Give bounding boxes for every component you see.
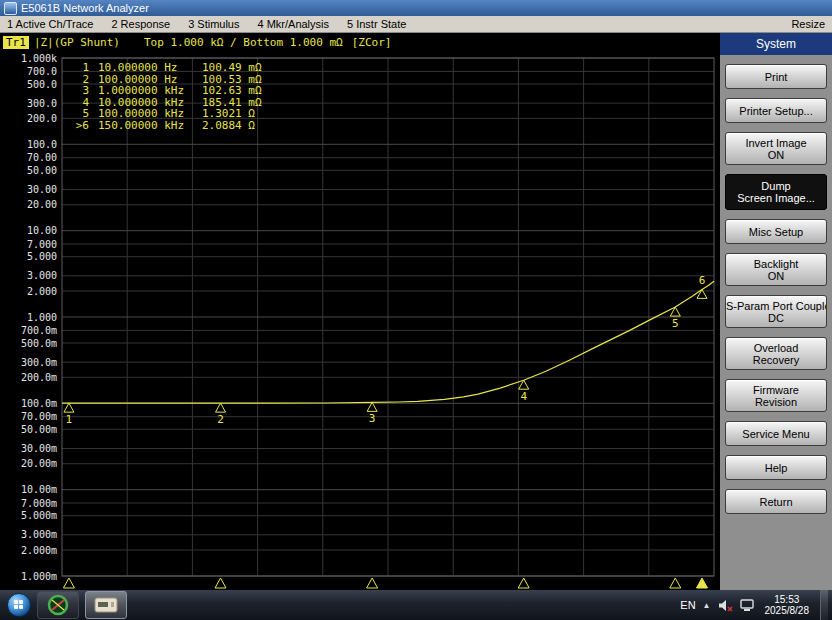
y-axis-tick-label: 700.0 (27, 66, 57, 77)
language-indicator[interactable]: EN (680, 599, 695, 611)
softkey-dump-screen-image[interactable]: Dump Screen Image... (725, 174, 827, 210)
y-axis-tick-label: 1.000m (21, 571, 57, 582)
y-axis-tick-label: 70.00m (21, 411, 57, 422)
marker-number-label: 3 (369, 412, 376, 425)
analyzer-app-icon (47, 594, 69, 616)
softkey-help[interactable]: Help (725, 455, 827, 480)
softkey-label: Screen Image... (726, 192, 826, 204)
trace-scale: Top 1.000 kΩ / Bottom 1.000 mΩ (144, 36, 343, 49)
system-tray: EN ▲ 15:53 2025/8/28 (680, 590, 828, 620)
menu-stimulus[interactable]: 3 Stimulus (188, 18, 239, 30)
softkey-label: Recovery (726, 354, 826, 366)
softkey-service-menu[interactable]: Service Menu (725, 421, 827, 446)
y-axis-tick-label: 3.000m (21, 529, 57, 540)
softkey-menu-title: System (720, 33, 832, 55)
menu-mkr-analysis[interactable]: 4 Mkr/Analysis (257, 18, 329, 30)
y-axis-tick-label: 10.00m (21, 484, 57, 495)
y-axis-tick-label: 50.00m (21, 424, 57, 435)
network-icon[interactable] (740, 599, 754, 612)
marker-value: 100.49 mΩ (202, 62, 262, 74)
y-axis-tick-label: 200.0m (21, 372, 57, 383)
volume-muted-icon[interactable] (718, 599, 733, 612)
marker-number-label: 6 (699, 274, 706, 287)
y-axis-tick-label: 50.00 (27, 165, 57, 176)
softkey-sparam-port-couple[interactable]: S-Param Port Couple DC (725, 295, 827, 328)
softkey-label: Dump (726, 180, 826, 192)
start-button[interactable] (7, 593, 31, 617)
softkey-backlight[interactable]: Backlight ON (725, 253, 827, 286)
y-axis-tick-label: 30.00 (27, 184, 57, 195)
menu-bar: 1 Active Ch/Trace 2 Response 3 Stimulus … (0, 16, 832, 33)
y-axis-tick-label: 2.000m (21, 545, 57, 556)
y-axis-tick-label: 100.0 (27, 139, 57, 150)
marker-number: 5 (74, 108, 89, 120)
marker-stimulus-indicator (367, 578, 378, 588)
y-axis-tick-label: 2.000 (27, 286, 57, 297)
windows-taskbar: EN ▲ 15:53 2025/8/28 (0, 590, 832, 620)
show-desktop-button[interactable] (820, 590, 828, 620)
softkey-invert-image[interactable]: Invert Image ON (725, 132, 827, 165)
marker-frequency: 150.00000 kHz (98, 120, 198, 132)
softkey-printer-setup[interactable]: Printer Setup... (725, 98, 827, 123)
clock-time: 15:53 (765, 594, 810, 605)
marker-readout-table: 110.000000 Hz100.49 mΩ2100.00000 Hz100.5… (74, 62, 262, 131)
softkey-label: S-Param Port Couple (726, 300, 826, 312)
marker-value: 2.0884 Ω (202, 120, 255, 132)
softkey-state: ON (726, 270, 826, 282)
marker-number-label: 4 (520, 390, 527, 403)
marker-number-label: 1 (66, 413, 73, 426)
window-title: E5061B Network Analyzer (21, 3, 149, 14)
y-axis-tick-label: 20.00m (21, 458, 57, 469)
marker-stimulus-indicator (63, 578, 74, 588)
softkey-label: Return (726, 496, 826, 508)
y-axis-tick-label: 1.000k (21, 53, 57, 64)
softkey-label: Printer Setup... (726, 105, 826, 117)
softkey-firmware-revision[interactable]: Firmware Revision (725, 379, 827, 412)
trace-label[interactable]: Tr1 (3, 36, 29, 49)
softkey-label: Firmware (726, 384, 826, 396)
taskbar-app-instrument[interactable] (85, 591, 127, 619)
y-axis-tick-label: 500.0 (27, 79, 57, 90)
marker-number: 3 (74, 85, 89, 97)
marker-frequency: 100.00000 kHz (98, 108, 198, 120)
hidden-icons-chevron-icon[interactable]: ▲ (703, 601, 711, 610)
y-axis-tick-label: 100.0m (21, 398, 57, 409)
softkey-overload-recovery[interactable]: Overload Recovery (725, 337, 827, 370)
softkey-misc-setup[interactable]: Misc Setup (725, 219, 827, 244)
softkey-label: Service Menu (726, 428, 826, 440)
softkey-label: Overload (726, 342, 826, 354)
impedance-plot: 1.000k700.0500.0300.0200.0100.070.0050.0… (0, 53, 720, 590)
softkey-label: Invert Image (726, 137, 826, 149)
softkey-label: Help (726, 462, 826, 474)
marker-number: >6 (74, 120, 89, 132)
window-titlebar: E5061B Network Analyzer (0, 0, 832, 16)
taskbar-clock[interactable]: 15:53 2025/8/28 (765, 594, 810, 616)
menu-resize[interactable]: Resize (791, 18, 825, 30)
taskbar-app-analyzer[interactable] (37, 591, 79, 619)
y-axis-tick-label: 5.000 (27, 251, 57, 262)
softkey-state: ON (726, 149, 826, 161)
marker-triangle[interactable] (64, 403, 74, 412)
marker-readout-row: 5100.00000 kHz1.3021 Ω (74, 108, 262, 120)
window-icon (4, 2, 17, 15)
menu-active-ch-trace[interactable]: 1 Active Ch/Trace (7, 18, 93, 30)
softkey-label: Revision (726, 396, 826, 408)
softkey-state: DC (726, 312, 826, 324)
marker-number-label: 2 (217, 413, 224, 426)
marker-number: 1 (74, 62, 89, 74)
marker-value: 102.63 mΩ (202, 85, 262, 97)
y-axis-tick-label: 1.000 (27, 312, 57, 323)
y-axis-tick-label: 3.000 (27, 270, 57, 281)
instrument-app-icon (94, 596, 118, 614)
menu-response[interactable]: 2 Response (111, 18, 170, 30)
trace-correction-status: [ZCor] (352, 36, 392, 49)
softkey-print[interactable]: Print (725, 64, 827, 89)
marker-triangle[interactable] (216, 403, 226, 412)
trace-measurement: |Z|(GP Shunt) (34, 36, 120, 49)
windows-flag-icon (14, 600, 24, 610)
y-axis-tick-label: 200.0 (27, 113, 57, 124)
softkey-return[interactable]: Return (725, 489, 827, 514)
softkey-label: Misc Setup (726, 226, 826, 238)
menu-instr-state[interactable]: 5 Instr State (347, 18, 406, 30)
marker-value: 1.3021 Ω (202, 108, 255, 120)
